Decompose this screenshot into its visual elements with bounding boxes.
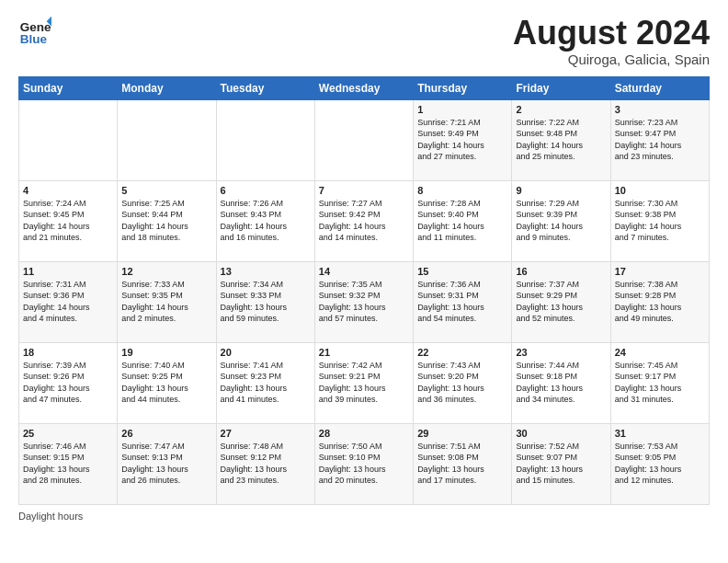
day-cell: 6Sunrise: 7:26 AM Sunset: 9:43 PM Daylig…: [216, 180, 314, 261]
day-number: 23: [516, 347, 606, 358]
week-row-2: 4Sunrise: 7:24 AM Sunset: 9:45 PM Daylig…: [19, 180, 710, 261]
day-number: 13: [221, 266, 311, 277]
day-info: Sunrise: 7:35 AM Sunset: 9:32 PM Dayligh…: [319, 279, 409, 325]
week-row-1: 1Sunrise: 7:21 AM Sunset: 9:49 PM Daylig…: [19, 99, 710, 180]
day-number: 10: [615, 185, 705, 196]
logo: General Blue: [18, 15, 55, 48]
day-cell: 10Sunrise: 7:30 AM Sunset: 9:38 PM Dayli…: [610, 180, 709, 261]
day-cell: 3Sunrise: 7:23 AM Sunset: 9:47 PM Daylig…: [610, 99, 709, 180]
day-cell: 9Sunrise: 7:29 AM Sunset: 9:39 PM Daylig…: [512, 180, 610, 261]
day-number: 5: [121, 185, 211, 196]
day-number: 1: [417, 104, 507, 115]
day-cell: [216, 99, 314, 180]
title-block: August 2024 Quiroga, Galicia, Spain: [513, 15, 710, 67]
day-number: 29: [417, 428, 507, 439]
day-cell: 18Sunrise: 7:39 AM Sunset: 9:26 PM Dayli…: [19, 342, 118, 423]
day-cell: 30Sunrise: 7:52 AM Sunset: 9:07 PM Dayli…: [512, 423, 610, 504]
day-info: Sunrise: 7:45 AM Sunset: 9:17 PM Dayligh…: [615, 360, 705, 406]
day-info: Sunrise: 7:26 AM Sunset: 9:43 PM Dayligh…: [221, 198, 311, 244]
day-info: Sunrise: 7:23 AM Sunset: 9:47 PM Dayligh…: [615, 117, 705, 163]
day-cell: 20Sunrise: 7:41 AM Sunset: 9:23 PM Dayli…: [216, 342, 314, 423]
header: General Blue August 2024 Quiroga, Galici…: [18, 15, 710, 67]
day-number: 4: [23, 185, 113, 196]
day-number: 8: [417, 185, 507, 196]
day-number: 27: [221, 428, 311, 439]
day-number: 24: [615, 347, 705, 358]
col-header-monday: Monday: [118, 76, 216, 99]
col-header-saturday: Saturday: [610, 76, 709, 99]
day-cell: 24Sunrise: 7:45 AM Sunset: 9:17 PM Dayli…: [610, 342, 709, 423]
col-header-friday: Friday: [512, 76, 610, 99]
week-row-3: 11Sunrise: 7:31 AM Sunset: 9:36 PM Dayli…: [19, 261, 710, 342]
day-cell: [314, 99, 413, 180]
day-cell: 1Sunrise: 7:21 AM Sunset: 9:49 PM Daylig…: [414, 99, 512, 180]
day-cell: 11Sunrise: 7:31 AM Sunset: 9:36 PM Dayli…: [19, 261, 118, 342]
day-number: 25: [23, 428, 113, 439]
month-title: August 2024: [513, 15, 710, 52]
day-cell: 26Sunrise: 7:47 AM Sunset: 9:13 PM Dayli…: [118, 423, 216, 504]
day-number: 9: [516, 185, 606, 196]
day-info: Sunrise: 7:34 AM Sunset: 9:33 PM Dayligh…: [221, 279, 311, 325]
day-info: Sunrise: 7:48 AM Sunset: 9:12 PM Dayligh…: [221, 441, 311, 487]
day-info: Sunrise: 7:41 AM Sunset: 9:23 PM Dayligh…: [221, 360, 311, 406]
day-cell: 23Sunrise: 7:44 AM Sunset: 9:18 PM Dayli…: [512, 342, 610, 423]
day-cell: 27Sunrise: 7:48 AM Sunset: 9:12 PM Dayli…: [216, 423, 314, 504]
day-cell: [118, 99, 216, 180]
week-row-5: 25Sunrise: 7:46 AM Sunset: 9:15 PM Dayli…: [19, 423, 710, 504]
day-info: Sunrise: 7:42 AM Sunset: 9:21 PM Dayligh…: [319, 360, 409, 406]
day-info: Sunrise: 7:21 AM Sunset: 9:49 PM Dayligh…: [417, 117, 507, 163]
week-row-4: 18Sunrise: 7:39 AM Sunset: 9:26 PM Dayli…: [19, 342, 710, 423]
day-cell: 21Sunrise: 7:42 AM Sunset: 9:21 PM Dayli…: [314, 342, 413, 423]
day-cell: 5Sunrise: 7:25 AM Sunset: 9:44 PM Daylig…: [118, 180, 216, 261]
day-number: 17: [615, 266, 705, 277]
day-info: Sunrise: 7:33 AM Sunset: 9:35 PM Dayligh…: [121, 279, 211, 325]
day-number: 18: [23, 347, 113, 358]
day-number: 31: [615, 428, 705, 439]
page: General Blue August 2024 Quiroga, Galici…: [0, 0, 728, 536]
day-number: 28: [319, 428, 409, 439]
day-info: Sunrise: 7:29 AM Sunset: 9:39 PM Dayligh…: [516, 198, 606, 244]
day-cell: 15Sunrise: 7:36 AM Sunset: 9:31 PM Dayli…: [414, 261, 512, 342]
day-cell: 16Sunrise: 7:37 AM Sunset: 9:29 PM Dayli…: [512, 261, 610, 342]
day-cell: 29Sunrise: 7:51 AM Sunset: 9:08 PM Dayli…: [414, 423, 512, 504]
header-row: SundayMondayTuesdayWednesdayThursdayFrid…: [19, 76, 710, 99]
day-info: Sunrise: 7:28 AM Sunset: 9:40 PM Dayligh…: [417, 198, 507, 244]
col-header-wednesday: Wednesday: [314, 76, 413, 99]
day-info: Sunrise: 7:47 AM Sunset: 9:13 PM Dayligh…: [121, 441, 211, 487]
day-cell: [19, 99, 118, 180]
day-number: 14: [319, 266, 409, 277]
col-header-sunday: Sunday: [19, 76, 118, 99]
footer-note: Daylight hours: [18, 511, 710, 522]
logo-icon: General Blue: [18, 15, 51, 48]
day-cell: 25Sunrise: 7:46 AM Sunset: 9:15 PM Dayli…: [19, 423, 118, 504]
day-cell: 2Sunrise: 7:22 AM Sunset: 9:48 PM Daylig…: [512, 99, 610, 180]
day-cell: 22Sunrise: 7:43 AM Sunset: 9:20 PM Dayli…: [414, 342, 512, 423]
day-number: 20: [221, 347, 311, 358]
day-cell: 19Sunrise: 7:40 AM Sunset: 9:25 PM Dayli…: [118, 342, 216, 423]
day-cell: 28Sunrise: 7:50 AM Sunset: 9:10 PM Dayli…: [314, 423, 413, 504]
day-info: Sunrise: 7:51 AM Sunset: 9:08 PM Dayligh…: [417, 441, 507, 487]
col-header-thursday: Thursday: [414, 76, 512, 99]
day-number: 15: [417, 266, 507, 277]
day-info: Sunrise: 7:53 AM Sunset: 9:05 PM Dayligh…: [615, 441, 705, 487]
day-info: Sunrise: 7:22 AM Sunset: 9:48 PM Dayligh…: [516, 117, 606, 163]
day-cell: 7Sunrise: 7:27 AM Sunset: 9:42 PM Daylig…: [314, 180, 413, 261]
day-info: Sunrise: 7:50 AM Sunset: 9:10 PM Dayligh…: [319, 441, 409, 487]
day-cell: 4Sunrise: 7:24 AM Sunset: 9:45 PM Daylig…: [19, 180, 118, 261]
day-number: 26: [121, 428, 211, 439]
day-info: Sunrise: 7:38 AM Sunset: 9:28 PM Dayligh…: [615, 279, 705, 325]
day-number: 19: [121, 347, 211, 358]
calendar-table: SundayMondayTuesdayWednesdayThursdayFrid…: [18, 76, 710, 505]
day-number: 2: [516, 104, 606, 115]
day-number: 12: [121, 266, 211, 277]
day-info: Sunrise: 7:40 AM Sunset: 9:25 PM Dayligh…: [121, 360, 211, 406]
day-number: 7: [319, 185, 409, 196]
col-header-tuesday: Tuesday: [216, 76, 314, 99]
day-info: Sunrise: 7:39 AM Sunset: 9:26 PM Dayligh…: [23, 360, 113, 406]
day-info: Sunrise: 7:24 AM Sunset: 9:45 PM Dayligh…: [23, 198, 113, 244]
day-cell: 31Sunrise: 7:53 AM Sunset: 9:05 PM Dayli…: [610, 423, 709, 504]
day-cell: 14Sunrise: 7:35 AM Sunset: 9:32 PM Dayli…: [314, 261, 413, 342]
day-info: Sunrise: 7:52 AM Sunset: 9:07 PM Dayligh…: [516, 441, 606, 487]
day-info: Sunrise: 7:46 AM Sunset: 9:15 PM Dayligh…: [23, 441, 113, 487]
day-number: 30: [516, 428, 606, 439]
